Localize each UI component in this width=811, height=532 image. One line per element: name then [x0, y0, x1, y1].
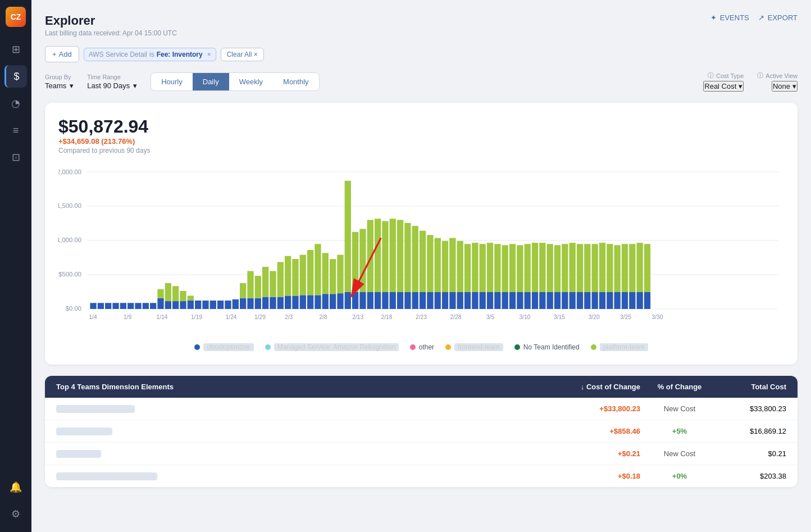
- svg-rect-58: [322, 253, 329, 294]
- svg-rect-26: [180, 291, 186, 301]
- svg-rect-95: [464, 292, 471, 309]
- blurred-name-4: [56, 472, 157, 480]
- svg-rect-120: [554, 245, 561, 292]
- svg-rect-144: [644, 244, 650, 292]
- svg-rect-51: [300, 295, 306, 309]
- active-view-select[interactable]: None ▾: [772, 81, 798, 92]
- filter-remove-icon[interactable]: ×: [207, 51, 211, 58]
- svg-text:2/3: 2/3: [285, 314, 293, 320]
- row-total-1: $33,800.23: [719, 404, 786, 413]
- svg-rect-84: [420, 231, 426, 292]
- filter-field: AWS Service Detail: [89, 51, 147, 58]
- svg-rect-16: [135, 303, 141, 309]
- compared-text: Compared to previous 90 days: [58, 147, 784, 154]
- svg-rect-78: [397, 220, 403, 292]
- row-change-4: +$0.18: [550, 472, 640, 480]
- add-icon: +: [52, 50, 57, 58]
- header-actions: ✦ EVENTS ↗ EXPORT: [710, 13, 798, 22]
- svg-rect-105: [502, 292, 508, 309]
- cost-type-select[interactable]: Real Cost ▾: [703, 81, 744, 92]
- row-name-3: [56, 450, 550, 458]
- svg-rect-63: [345, 292, 351, 309]
- table-header: Top 4 Teams Dimension Elements ↓ Cost of…: [45, 376, 798, 398]
- row-pct-3: New Cost: [640, 449, 719, 458]
- svg-rect-135: [614, 292, 621, 309]
- svg-rect-19: [157, 298, 163, 309]
- svg-rect-108: [509, 244, 516, 292]
- time-btn-monthly[interactable]: Monthly: [273, 73, 319, 90]
- row-pct-1: New Cost: [640, 404, 719, 413]
- svg-rect-42: [262, 267, 268, 297]
- time-range-select[interactable]: Last 90 Days ▾: [87, 81, 137, 90]
- table-title: Top 4 Teams Dimension Elements: [56, 383, 550, 391]
- time-btn-daily[interactable]: Daily: [193, 73, 229, 90]
- events-button[interactable]: ✦ EVENTS: [710, 13, 749, 22]
- app-logo: CZ: [6, 7, 26, 27]
- svg-rect-90: [442, 241, 448, 292]
- group-by-label: Group By: [45, 74, 74, 80]
- time-btn-hourly[interactable]: Hourly: [151, 73, 193, 90]
- time-range-label: Time Range: [87, 74, 137, 80]
- svg-text:2/18: 2/18: [381, 314, 393, 320]
- sidebar-item-analytics[interactable]: ◔: [4, 92, 27, 115]
- svg-rect-98: [472, 243, 478, 292]
- group-by-select[interactable]: Teams ▾: [45, 81, 74, 90]
- table-col-change: ↓ Cost of Change: [550, 383, 640, 391]
- sidebar-item-resources[interactable]: ≡: [4, 119, 27, 142]
- svg-rect-60: [330, 259, 336, 294]
- clear-all-button[interactable]: Clear All ×: [221, 48, 264, 61]
- bar-chart: $2,000.00 $1,500.00 $1,000.00 $500.00 $0…: [58, 166, 784, 334]
- svg-rect-104: [494, 244, 500, 292]
- svg-rect-87: [435, 292, 441, 309]
- svg-rect-15: [127, 303, 134, 309]
- svg-rect-107: [509, 292, 516, 309]
- export-label: EXPORT: [768, 13, 798, 22]
- time-toggle: Hourly Daily Weekly Monthly: [151, 72, 319, 91]
- svg-rect-91: [449, 292, 455, 309]
- svg-rect-64: [345, 181, 351, 292]
- svg-rect-34: [233, 299, 239, 309]
- svg-text:$0.00: $0.00: [66, 305, 81, 312]
- sidebar-item-dashboard[interactable]: ⊞: [4, 38, 27, 61]
- time-btn-weekly[interactable]: Weekly: [229, 73, 273, 90]
- svg-rect-85: [427, 292, 433, 309]
- svg-rect-31: [210, 301, 216, 309]
- svg-rect-28: [188, 295, 194, 301]
- time-range-value: Last 90 Days: [87, 81, 130, 90]
- svg-rect-40: [255, 276, 261, 298]
- svg-rect-38: [247, 271, 253, 298]
- group-by-chevron-icon: ▾: [70, 81, 74, 90]
- svg-rect-82: [412, 226, 418, 292]
- svg-rect-49: [292, 295, 298, 309]
- svg-rect-111: [525, 292, 531, 309]
- svg-rect-76: [390, 219, 396, 292]
- svg-rect-69: [367, 292, 373, 309]
- svg-rect-119: [554, 292, 561, 309]
- sidebar-item-settings[interactable]: ⚙: [4, 503, 27, 525]
- row-pct-4: +0%: [640, 472, 719, 480]
- sidebar-item-reports[interactable]: ⊡: [4, 146, 27, 169]
- svg-text:2/13: 2/13: [352, 314, 363, 320]
- svg-rect-54: [307, 250, 313, 295]
- add-filter-button[interactable]: + Add: [45, 46, 79, 62]
- svg-rect-27: [188, 301, 194, 309]
- svg-rect-18: [150, 303, 156, 309]
- filter-bar: + Add AWS Service Detail is Fee: Invento…: [45, 46, 798, 62]
- svg-rect-83: [420, 292, 426, 309]
- svg-rect-21: [165, 301, 171, 309]
- legend-item-1: cloudoptimizer: [194, 343, 253, 351]
- export-button[interactable]: ↗ EXPORT: [758, 13, 798, 22]
- page-title: Explorer: [45, 13, 177, 28]
- table-row: +$858.46 +5% $16,869.12: [45, 420, 798, 443]
- svg-rect-123: [569, 292, 576, 309]
- sidebar-item-notifications[interactable]: 🔔: [4, 476, 27, 498]
- table-col-total: Total Cost: [719, 383, 786, 391]
- cost-type-value: Real Cost: [704, 82, 736, 90]
- svg-text:$500.00: $500.00: [58, 271, 81, 278]
- svg-rect-50: [292, 259, 298, 295]
- svg-rect-32: [217, 301, 224, 309]
- svg-rect-128: [584, 244, 590, 292]
- svg-rect-75: [390, 292, 396, 309]
- sidebar-item-cost[interactable]: $: [4, 65, 27, 88]
- svg-rect-88: [435, 238, 441, 292]
